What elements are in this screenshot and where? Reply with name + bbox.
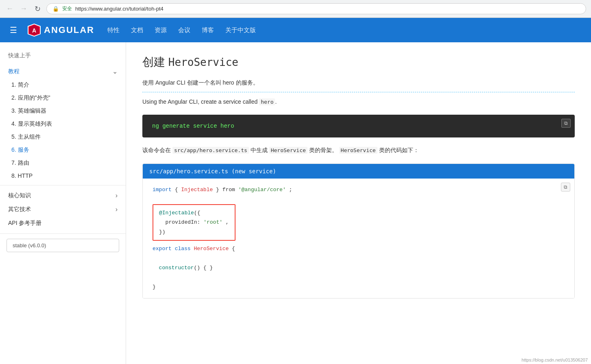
nav-about[interactable]: 关于中文版 — [225, 25, 257, 36]
chevron-right-icon-2: › — [116, 206, 118, 213]
back-button[interactable]: ← — [5, 4, 15, 14]
page-title: 创建 HeroService — [142, 54, 575, 70]
code-from-string: '@angular/core' — [238, 187, 286, 193]
sidebar-item-core-knowledge[interactable]: 核心知识 › — [0, 189, 126, 203]
sidebar-item-hero-list[interactable]: 4. 显示英雄列表 — [0, 118, 126, 131]
sidebar-divider-2 — [0, 233, 126, 234]
code-constructor: constructor — [153, 265, 194, 271]
sidebar-item-hero-editor[interactable]: 3. 英雄编辑器 — [0, 105, 126, 118]
code-line-6: constructor() { } — [153, 263, 565, 272]
sidebar-item-services[interactable]: 6. 服务 — [0, 144, 126, 157]
tutorial-label: 教程 — [8, 68, 20, 75]
sidebar-divider-1 — [0, 185, 126, 185]
sidebar-item-api-ref[interactable]: API 参考手册 — [0, 216, 126, 230]
reload-button[interactable]: ↻ — [33, 4, 42, 14]
desc-en-code: hero — [259, 98, 275, 105]
code-class: class — [175, 246, 191, 252]
lock-icon: 🔒 — [52, 6, 59, 12]
sidebar-item-tutorial[interactable]: 教程 ⌄ — [0, 64, 126, 78]
code-heroservice-name: HeroService — [194, 246, 229, 252]
code-decorator: @Injectable — [159, 210, 194, 216]
core-knowledge-label: 核心知识 — [8, 192, 31, 199]
watermark: https://blog.csdn.net/u013506207 — [521, 357, 588, 362]
code-injectable-import: Injectable — [181, 187, 213, 193]
master-detail-label: 5. 主从组件 — [11, 133, 41, 140]
code-line-7: } — [153, 282, 565, 292]
code-block-bordered: src/app/hero.service.ts (new service) ⧉ … — [142, 163, 575, 299]
note-code-3: HeroService — [339, 147, 377, 154]
code-class-brace: { — [232, 246, 235, 252]
version-badge[interactable]: stable (v6.0.0) — [7, 239, 119, 252]
code-from: from — [222, 187, 235, 193]
api-ref-label: API 参考手册 — [8, 220, 41, 227]
intro-label: 1. 简介 — [11, 81, 29, 88]
browser-chrome: ← → ↻ 🔒 安全 https://www.angular.cn/tutori… — [0, 0, 591, 18]
routing-label: 7. 路由 — [11, 159, 29, 166]
angular-header: ☰ A ANGULAR 特性 文档 资源 会议 博客 关于中文版 — [0, 18, 591, 42]
shell-label: 2. 应用的"外壳" — [11, 94, 50, 101]
code-block-header: src/app/hero.service.ts (new service) — [143, 164, 574, 179]
code-line-1: import { Injectable } from '@angular/cor… — [153, 185, 565, 194]
svg-text:A: A — [32, 27, 36, 34]
address-bar[interactable]: 🔒 安全 https://www.angular.cn/tutorial/toh… — [46, 3, 586, 14]
sidebar-item-routing[interactable]: 7. 路由 — [0, 157, 126, 170]
desc-cn-text: 使用 Angular CLI 创建一个名叫 hero 的服务。 — [142, 79, 259, 86]
sidebar-item-http[interactable]: 8. HTTP — [0, 170, 126, 182]
chevron-right-icon-1: › — [116, 192, 118, 199]
code-constructor-parens: () { } — [194, 265, 213, 271]
code-paren-close: }) — [159, 229, 166, 235]
sidebar-section-quickstart: 快速上手 — [0, 49, 126, 64]
highlight-block: @Injectable({ providedIn: 'root' , }) — [153, 204, 236, 241]
code-close-brace: } — [153, 284, 156, 290]
http-label: 8. HTTP — [11, 172, 33, 179]
note-code-2: HeroService — [269, 147, 307, 154]
code-line-4: }) — [159, 227, 229, 237]
code-block-body: ⧉ import { Injectable } from '@angular/c… — [143, 179, 574, 298]
divider-blue — [142, 92, 575, 92]
code-line-3: providedIn: 'root' , — [159, 218, 229, 227]
angular-logo[interactable]: A ANGULAR — [27, 23, 94, 37]
sidebar: 快速上手 教程 ⌄ 1. 简介 2. 应用的"外壳" 3. 英雄编辑器 4. 显… — [0, 42, 126, 364]
code-line-2: @Injectable({ — [159, 208, 229, 218]
secure-label: 安全 — [62, 5, 72, 12]
copy-dark-button[interactable]: ⧉ — [561, 119, 571, 128]
sidebar-item-intro[interactable]: 1. 简介 — [0, 78, 126, 92]
nav-blog[interactable]: 博客 — [201, 25, 215, 36]
nav-docs[interactable]: 文档 — [130, 25, 144, 36]
logo-text: ANGULAR — [44, 25, 94, 35]
file-header-text: src/app/hero.service.ts (new service) — [149, 168, 276, 174]
note-text: 该命令会在 src/app/hero.service.ts 中生成 HeroSe… — [142, 146, 575, 155]
code-line-5: export class HeroService { — [153, 244, 565, 253]
code-paren-open: ({ — [194, 210, 201, 216]
angular-shield-icon: A — [27, 23, 41, 37]
quick-start-label[interactable]: 快速上手 — [8, 52, 118, 59]
code-providedin-val: 'root' — [203, 219, 222, 225]
title-code: HeroService — [168, 56, 238, 68]
hero-editor-label: 3. 英雄编辑器 — [11, 107, 46, 114]
nav-resources[interactable]: 资源 — [154, 25, 168, 36]
code-export: export — [153, 246, 172, 252]
url-text: https://www.angular.cn/tutorial/toh-pt4 — [75, 6, 164, 12]
version-text: stable (v6.0.0) — [13, 242, 46, 248]
sidebar-item-shell[interactable]: 2. 应用的"外壳" — [0, 92, 126, 105]
nav-conference[interactable]: 会议 — [177, 25, 191, 36]
header-nav: 特性 文档 资源 会议 博客 关于中文版 — [107, 25, 257, 36]
services-label: 6. 服务 — [11, 146, 29, 153]
code-block-dark: ng generate service hero ⧉ — [142, 115, 575, 137]
content-area: 创建 HeroService 使用 Angular CLI 创建一个名叫 her… — [126, 42, 591, 364]
desc-en: Using the Angular CLI, create a service … — [142, 97, 575, 107]
nav-features[interactable]: 特性 — [107, 25, 120, 36]
code-import: import — [153, 187, 172, 193]
sidebar-item-master-detail[interactable]: 5. 主从组件 — [0, 131, 126, 144]
sidebar-item-other-tech[interactable]: 其它技术 › — [0, 203, 126, 216]
chevron-down-icon: ⌄ — [112, 68, 118, 75]
main-layout: 快速上手 教程 ⌄ 1. 简介 2. 应用的"外壳" 3. 英雄编辑器 4. 显… — [0, 42, 591, 364]
hero-list-label: 4. 显示英雄列表 — [11, 120, 52, 127]
code-comma: , — [226, 219, 229, 225]
desc-en-suffix: . — [275, 98, 277, 105]
code-brace-open: { — [175, 187, 181, 193]
forward-button[interactable]: → — [19, 4, 28, 14]
hamburger-button[interactable]: ☰ — [8, 24, 19, 37]
code-brace-close: } — [216, 187, 222, 193]
copy-light-button[interactable]: ⧉ — [561, 183, 570, 192]
